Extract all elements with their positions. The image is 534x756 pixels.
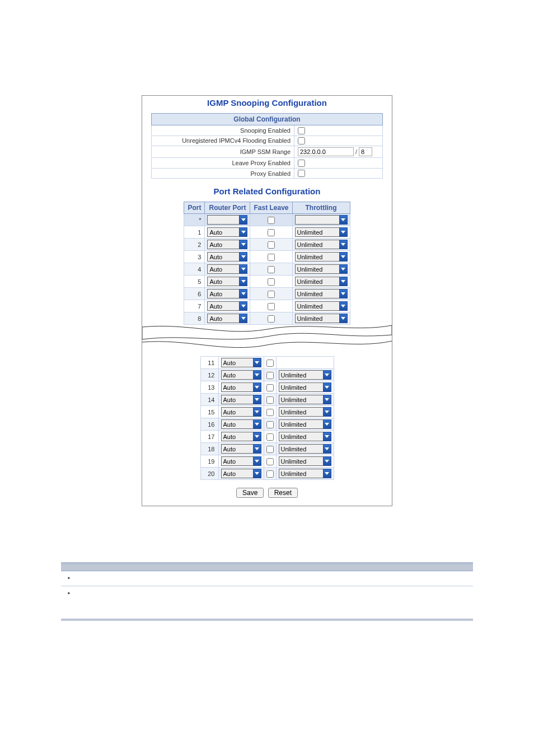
throttling-select[interactable]: Unlimited: [295, 227, 340, 237]
throttling-select[interactable]: Unlimited: [295, 289, 340, 298]
throttling-select[interactable]: Unlimited: [279, 395, 324, 404]
router-port-select[interactable]: [207, 215, 240, 225]
dropdown-arrow-icon[interactable]: [339, 289, 348, 298]
throttling-select[interactable]: [295, 215, 340, 225]
fast-leave-checkbox[interactable]: [268, 315, 275, 323]
router-port-select[interactable]: Auto: [207, 240, 240, 249]
dropdown-arrow-icon[interactable]: [339, 240, 348, 249]
fast-leave-checkbox[interactable]: [266, 421, 274, 428]
throttling-select[interactable]: Unlimited: [279, 407, 324, 417]
dropdown-arrow-icon[interactable]: [323, 419, 331, 429]
fast-leave-checkbox[interactable]: [266, 409, 274, 416]
dropdown-arrow-icon[interactable]: [239, 277, 247, 286]
dropdown-arrow-icon[interactable]: [239, 264, 247, 274]
global-checkbox[interactable]: [298, 127, 305, 134]
dropdown-arrow-icon[interactable]: [239, 240, 247, 249]
dropdown-arrow-icon[interactable]: [253, 456, 261, 466]
throttling-select[interactable]: Unlimited: [295, 277, 340, 286]
dropdown-arrow-icon[interactable]: [239, 227, 247, 237]
router-port-select[interactable]: Auto: [207, 252, 240, 262]
router-port-select[interactable]: Auto: [221, 444, 254, 454]
dropdown-arrow-icon[interactable]: [323, 456, 331, 466]
router-port-select[interactable]: Auto: [207, 264, 240, 274]
fast-leave-checkbox[interactable]: [268, 229, 275, 236]
router-port-select[interactable]: Auto: [221, 432, 254, 441]
fast-leave-checkbox[interactable]: [266, 360, 274, 367]
router-port-select[interactable]: Auto: [221, 358, 254, 367]
dropdown-arrow-icon[interactable]: [239, 289, 247, 298]
throttling-select[interactable]: Unlimited: [279, 370, 324, 380]
fast-leave-checkbox[interactable]: [266, 372, 274, 379]
router-port-select[interactable]: Auto: [207, 227, 240, 237]
dropdown-arrow-icon[interactable]: [253, 407, 261, 417]
dropdown-arrow-icon[interactable]: [339, 264, 348, 274]
global-checkbox[interactable]: [298, 170, 305, 177]
router-port-select[interactable]: Auto: [207, 314, 240, 323]
reset-button[interactable]: Reset: [268, 488, 298, 498]
dropdown-arrow-icon[interactable]: [253, 469, 261, 478]
dropdown-arrow-icon[interactable]: [339, 314, 348, 323]
dropdown-arrow-icon[interactable]: [339, 227, 348, 237]
throttling-select[interactable]: Unlimited: [295, 252, 340, 262]
throttling-select[interactable]: Unlimited: [279, 456, 324, 466]
throttling-select[interactable]: Unlimited: [279, 432, 324, 441]
router-port-select[interactable]: Auto: [221, 456, 254, 466]
dropdown-arrow-icon[interactable]: [253, 419, 261, 429]
fast-leave-checkbox[interactable]: [268, 241, 275, 249]
router-port-select[interactable]: Auto: [221, 370, 254, 380]
fast-leave-checkbox[interactable]: [266, 396, 274, 404]
dropdown-arrow-icon[interactable]: [239, 252, 247, 262]
dropdown-arrow-icon[interactable]: [323, 382, 331, 392]
fast-leave-checkbox[interactable]: [266, 458, 274, 465]
ssm-prefix-input[interactable]: [359, 147, 372, 156]
save-button[interactable]: Save: [236, 488, 264, 498]
dropdown-arrow-icon[interactable]: [339, 252, 348, 262]
dropdown-arrow-icon[interactable]: [253, 432, 261, 441]
router-port-select[interactable]: Auto: [221, 407, 254, 417]
fast-leave-checkbox[interactable]: [268, 278, 275, 286]
dropdown-arrow-icon[interactable]: [339, 215, 348, 225]
fast-leave-checkbox[interactable]: [268, 266, 275, 273]
throttling-select[interactable]: Unlimited: [279, 382, 324, 392]
fast-leave-checkbox[interactable]: [268, 291, 275, 298]
dropdown-arrow-icon[interactable]: [239, 215, 247, 225]
router-port-select[interactable]: Auto: [221, 419, 254, 429]
router-port-select[interactable]: Auto: [207, 301, 240, 311]
dropdown-arrow-icon[interactable]: [253, 444, 261, 454]
fast-leave-checkbox[interactable]: [266, 433, 274, 441]
dropdown-arrow-icon[interactable]: [239, 314, 247, 323]
throttling-select[interactable]: Unlimited: [279, 444, 324, 454]
throttling-select[interactable]: Unlimited: [279, 469, 324, 478]
dropdown-arrow-icon[interactable]: [339, 277, 348, 286]
router-port-select[interactable]: Auto: [221, 395, 254, 404]
router-port-select[interactable]: Auto: [207, 289, 240, 298]
throttling-select[interactable]: Unlimited: [295, 264, 340, 274]
fast-leave-checkbox[interactable]: [266, 384, 274, 391]
fast-leave-checkbox[interactable]: [268, 303, 275, 310]
fast-leave-checkbox[interactable]: [266, 446, 274, 453]
throttling-select[interactable]: Unlimited: [295, 314, 340, 323]
throttling-select[interactable]: Unlimited: [279, 419, 324, 429]
dropdown-arrow-icon[interactable]: [339, 301, 348, 311]
dropdown-arrow-icon[interactable]: [323, 469, 331, 478]
fast-leave-checkbox[interactable]: [266, 470, 274, 478]
router-port-select[interactable]: Auto: [221, 469, 254, 478]
dropdown-arrow-icon[interactable]: [253, 395, 261, 404]
router-port-select[interactable]: Auto: [221, 382, 254, 392]
dropdown-arrow-icon[interactable]: [253, 370, 261, 380]
fast-leave-checkbox[interactable]: [268, 217, 275, 224]
dropdown-arrow-icon[interactable]: [323, 444, 331, 454]
dropdown-arrow-icon[interactable]: [253, 382, 261, 392]
throttling-select[interactable]: Unlimited: [295, 301, 340, 311]
fast-leave-checkbox[interactable]: [268, 254, 275, 261]
router-port-select[interactable]: Auto: [207, 277, 240, 286]
dropdown-arrow-icon[interactable]: [323, 407, 331, 417]
dropdown-arrow-icon[interactable]: [239, 301, 247, 311]
throttling-select[interactable]: Unlimited: [295, 240, 340, 249]
dropdown-arrow-icon[interactable]: [253, 358, 261, 367]
dropdown-arrow-icon[interactable]: [323, 432, 331, 441]
dropdown-arrow-icon[interactable]: [323, 370, 331, 380]
ssm-ip-input[interactable]: [298, 147, 354, 156]
global-checkbox[interactable]: [298, 160, 305, 167]
global-checkbox[interactable]: [298, 137, 305, 144]
